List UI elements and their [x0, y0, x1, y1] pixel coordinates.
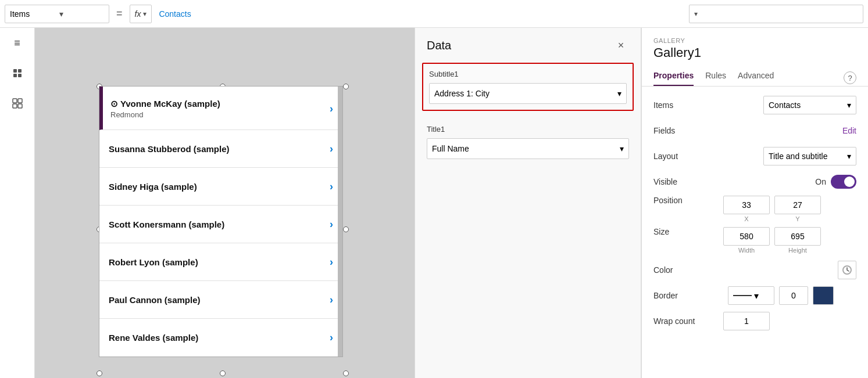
fields-edit-link[interactable]: Edit	[842, 126, 856, 135]
tab-properties[interactable]: Properties	[653, 66, 694, 86]
close-button[interactable]: ×	[613, 37, 629, 53]
size-width-label: Width	[738, 247, 755, 254]
gallery-item[interactable]: Scott Konersmann (sample) ›	[99, 206, 342, 243]
data-panel-header: Data ×	[415, 28, 641, 63]
svg-rect-3	[18, 74, 22, 77]
fx-chevron-icon: ▾	[143, 10, 147, 18]
wrap-prop-row: Wrap count	[642, 307, 868, 335]
color-picker-icon[interactable]	[838, 261, 856, 279]
border-prop-label: Border	[653, 291, 723, 300]
gallery-item-title: Robert Lyon (sample)	[109, 257, 330, 267]
gallery-item[interactable]: Rene Valdes (sample) ›	[99, 319, 342, 357]
border-style-chevron-icon: ▾	[754, 290, 759, 301]
handle-tr[interactable]	[343, 84, 349, 89]
gallery-item-content: Scott Konersmann (sample)	[109, 219, 330, 229]
sidebar-layers-icon[interactable]	[7, 63, 28, 84]
items-prop-value: Contacts ▾	[723, 96, 856, 114]
items-value-dropdown[interactable]: Contacts ▾	[763, 96, 856, 114]
gallery-item[interactable]: Paul Cannon (sample) ›	[99, 281, 342, 319]
position-inputs: X Y	[723, 196, 821, 222]
gallery-item[interactable]: Susanna Stubberod (sample) ›	[99, 130, 342, 168]
visible-prop-value: On	[723, 175, 856, 189]
gallery-list: ⊙ Yvonne McKay (sample) Redmond › Susann…	[99, 87, 342, 357]
handle-br[interactable]	[343, 370, 349, 376]
color-prop-label: Color	[653, 265, 723, 275]
border-color-swatch[interactable]	[813, 286, 834, 305]
gallery-chevron-icon: ›	[330, 332, 333, 344]
gallery-item[interactable]: ⊙ Yvonne McKay (sample) Redmond ›	[99, 87, 342, 130]
layout-prop-row: Layout Title and subtitle ▾	[642, 142, 868, 170]
sidebar-components-icon[interactable]	[7, 93, 28, 114]
position-x-input[interactable]	[723, 196, 770, 214]
equals-sign: =	[114, 8, 125, 20]
formula-right-chevron-icon: ▾	[694, 10, 698, 18]
handle-bc[interactable]	[220, 370, 226, 376]
fx-box[interactable]: fx ▾	[130, 5, 152, 23]
layout-value-dropdown[interactable]: Title and subtitle ▾	[763, 147, 856, 165]
visible-on-label: On	[815, 177, 826, 186]
gallery-item-title: Sidney Higa (sample)	[109, 182, 330, 192]
tab-advanced[interactable]: Advanced	[738, 66, 774, 86]
size-height-label: Height	[788, 247, 807, 254]
svg-rect-7	[18, 104, 22, 108]
svg-rect-2	[13, 74, 17, 77]
visible-toggle-container: On	[815, 175, 856, 189]
tab-rules[interactable]: Rules	[705, 66, 726, 86]
props-header: GALLERY Gallery1 ?	[642, 28, 868, 66]
gallery-chevron-icon: ›	[330, 256, 333, 268]
visible-prop-row: Visible On	[642, 170, 868, 193]
position-y-group: Y	[774, 196, 821, 222]
subtitle-chevron-icon: ▾	[617, 89, 621, 98]
border-width-input[interactable]	[779, 286, 808, 305]
formula-value[interactable]: Contacts	[156, 9, 684, 19]
gallery-item-title: Scott Konersmann (sample)	[109, 219, 330, 229]
size-prop-label: Size	[653, 227, 723, 236]
properties-panel: GALLERY Gallery1 ? Properties Rules Adva…	[641, 28, 868, 378]
handle-mr[interactable]	[343, 226, 349, 232]
svg-rect-6	[13, 104, 17, 108]
sidebar-menu-icon[interactable]: ≡	[7, 33, 28, 53]
items-dropdown[interactable]: Items ▾	[5, 5, 109, 23]
subtitle-field-select[interactable]: Address 1: City ▾	[429, 83, 627, 104]
wrap-prop-label: Wrap count	[653, 316, 723, 326]
gallery-component: ⊙ Yvonne McKay (sample) Redmond › Susann…	[99, 86, 343, 357]
gallery-chevron-icon: ›	[330, 294, 333, 306]
border-style-dropdown[interactable]: ▾	[728, 286, 774, 305]
formula-right-dropdown[interactable]: ▾	[689, 5, 863, 23]
gallery-item-title: Susanna Stubberod (sample)	[109, 144, 330, 154]
gallery-item-content: Susanna Stubberod (sample)	[109, 144, 330, 154]
gallery-chevron-icon: ›	[330, 143, 333, 155]
position-x-group: X	[723, 196, 770, 222]
title-field-group: Title1 Full Name ▾	[415, 118, 641, 166]
position-input-row: X Y	[723, 196, 821, 222]
resize-handle[interactable]	[338, 87, 342, 357]
layout-dropdown-chevron-icon: ▾	[847, 152, 851, 161]
gallery-item-content: Robert Lyon (sample)	[109, 257, 330, 267]
svg-rect-5	[18, 99, 22, 103]
title-field-select[interactable]: Full Name ▾	[427, 138, 629, 159]
gallery-item-content: ⊙ Yvonne McKay (sample) Redmond	[110, 99, 330, 119]
visible-toggle[interactable]	[831, 175, 856, 189]
handle-bl[interactable]	[97, 370, 102, 376]
size-inputs: Width Height	[723, 227, 821, 254]
wrap-input[interactable]	[723, 312, 770, 330]
formula-bar: Items ▾ = fx ▾ Contacts ▾	[0, 0, 868, 28]
size-width-input[interactable]	[723, 227, 770, 246]
fields-prop-row: Fields Edit	[642, 119, 868, 142]
gallery-item[interactable]: Sidney Higa (sample) ›	[99, 168, 342, 206]
props-tabs: Properties Rules Advanced	[642, 66, 868, 87]
gallery-item-title: Rene Valdes (sample)	[109, 333, 330, 343]
size-height-input[interactable]	[774, 227, 821, 246]
data-panel-title: Data	[427, 39, 451, 52]
help-icon[interactable]: ?	[844, 71, 856, 84]
position-y-input[interactable]	[774, 196, 821, 214]
canvas-area: ⊙ Yvonne McKay (sample) Redmond › Susann…	[35, 28, 415, 378]
gallery-item-title: ⊙ Yvonne McKay (sample)	[110, 99, 330, 109]
gallery-item[interactable]: Robert Lyon (sample) ›	[99, 243, 342, 281]
border-prop-row: Border ▾	[642, 284, 868, 307]
gallery-item-subtitle: Redmond	[110, 110, 330, 119]
position-y-label: Y	[795, 215, 799, 222]
items-prop-row: Items Contacts ▾	[642, 91, 868, 119]
svg-rect-4	[13, 99, 17, 103]
position-prop-row: Position X Y	[642, 193, 868, 225]
